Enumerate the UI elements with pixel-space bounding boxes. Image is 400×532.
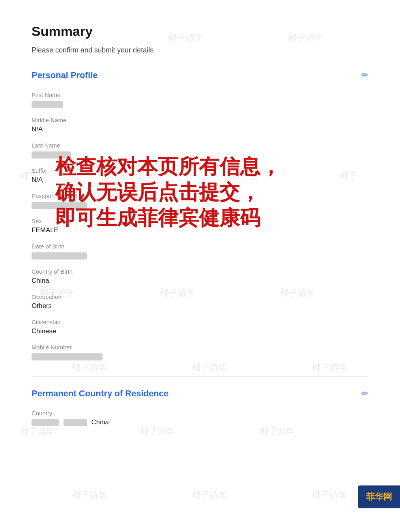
dob-label: Date of Birth: [32, 243, 368, 250]
watermark: 椰子游学: [192, 489, 227, 501]
last-name-value: [32, 151, 368, 159]
mobile-number-redacted: [32, 353, 103, 360]
occupation-label: Occupation: [32, 293, 368, 300]
middle-name-label: Middle Name: [32, 117, 368, 123]
watermark: 椰子游学: [72, 489, 107, 501]
citizenship-label: Citizenship: [32, 319, 368, 325]
suffix-value: N/A: [32, 176, 368, 184]
suffix-label: Suffix: [32, 167, 368, 174]
passport-number-redacted: [32, 202, 87, 209]
suffix-field: Suffix N/A: [32, 167, 368, 184]
last-name-redacted: [32, 151, 71, 159]
middle-name-value: N/A: [32, 125, 368, 133]
citizenship-field: Citizenship Chinese: [32, 319, 368, 335]
sex-value: FEMALE: [32, 226, 368, 234]
mobile-number-field: Mobile Number: [32, 344, 368, 360]
personal-profile-edit-icon[interactable]: ✏: [361, 70, 368, 80]
permanent-residence-header: Permanent Country of Residence ✏: [32, 388, 368, 399]
country-of-birth-value: China: [32, 277, 368, 285]
watermark: 椰子游学: [72, 362, 107, 373]
personal-profile-title: Personal Profile: [32, 70, 98, 80]
bottom-logo: 菲华网: [358, 485, 400, 508]
personal-profile-header: Personal Profile ✏: [32, 70, 368, 80]
permanent-residence-edit-icon[interactable]: ✏: [361, 388, 368, 399]
mobile-number-value: [32, 353, 368, 360]
dob-value: [32, 252, 368, 259]
dob-redacted: [32, 252, 87, 259]
personal-profile-section: Personal Profile ✏ First Name Middle Nam…: [32, 70, 368, 360]
watermark: 椰子游学: [20, 426, 55, 437]
middle-name-field: Middle Name N/A: [32, 117, 368, 133]
country-of-birth-label: Country of Birth: [32, 268, 368, 275]
country-text: China: [91, 418, 108, 426]
passport-number-field: Passport Number: [32, 192, 368, 209]
last-name-label: Last Name: [32, 142, 368, 149]
page-container: 游学椰子游学椰子游学椰子椰子游学椰子游椰子椰子游学椰子游学椰子游学椰子游学椰子游…: [0, 0, 400, 532]
page-subtitle: Please confirm and submit your details: [32, 46, 368, 54]
first-name-field: First Name: [32, 91, 368, 108]
country-label: Country: [32, 410, 368, 416]
watermark: 椰子游学: [312, 362, 347, 373]
first-name-value: [32, 100, 368, 108]
occupation-field: Occupation Others: [32, 293, 368, 310]
section-divider: [32, 376, 368, 377]
first-name-redacted: [32, 101, 63, 108]
country-redacted-1: [32, 419, 59, 426]
permanent-residence-title: Permanent Country of Residence: [32, 388, 168, 399]
country-redacted-2: [64, 419, 87, 426]
citizenship-value: Chinese: [32, 327, 368, 335]
page-title: Summary: [32, 24, 368, 39]
passport-number-value: [32, 201, 368, 209]
country-value: China: [32, 418, 368, 426]
watermark: 椰子游学: [140, 426, 175, 437]
passport-number-label: Passport Number: [32, 192, 368, 199]
mobile-number-label: Mobile Number: [32, 344, 368, 351]
sex-label: Sex: [32, 218, 368, 224]
watermark: 椰子游学: [312, 489, 347, 501]
sex-field: Sex FEMALE: [32, 218, 368, 234]
watermark: 椰子游学: [260, 426, 295, 437]
first-name-label: First Name: [32, 91, 368, 98]
country-of-birth-field: Country of Birth China: [32, 268, 368, 285]
dob-field: Date of Birth: [32, 243, 368, 259]
watermark: 椰子游学: [192, 362, 227, 373]
country-field: Country China: [32, 410, 368, 426]
permanent-residence-section: Permanent Country of Residence ✏ Country…: [32, 388, 368, 426]
last-name-field: Last Name: [32, 142, 368, 159]
occupation-value: Others: [32, 302, 368, 310]
